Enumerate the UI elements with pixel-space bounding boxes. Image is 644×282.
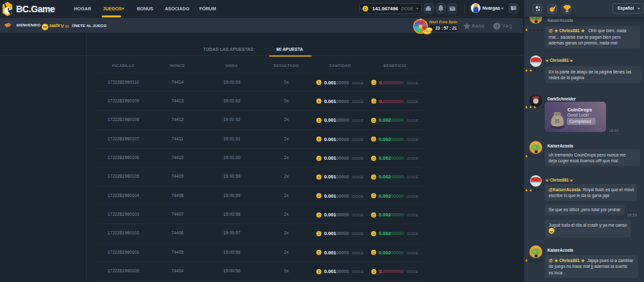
svg-text:B: B <box>555 117 560 124</box>
